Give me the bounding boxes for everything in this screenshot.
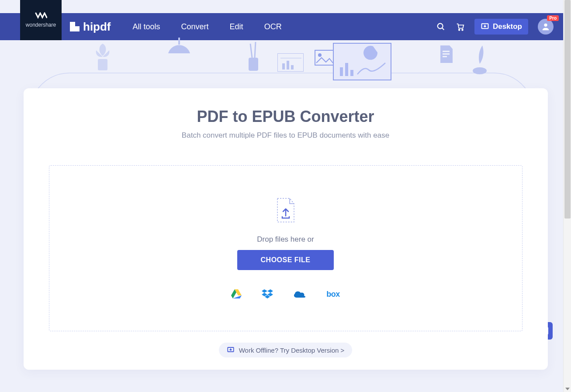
lamp-icon bbox=[164, 38, 194, 64]
offline-pill[interactable]: Work Offline? Try Desktop Version > bbox=[219, 343, 353, 357]
analytics-icon bbox=[333, 43, 391, 80]
scroll-down-icon[interactable] bbox=[565, 388, 570, 390]
download-icon bbox=[227, 346, 235, 354]
hero-decor bbox=[0, 40, 571, 88]
google-drive-icon[interactable] bbox=[231, 289, 242, 299]
scroll-thumb[interactable] bbox=[564, 0, 571, 219]
pencil-cup-icon bbox=[242, 40, 264, 75]
svg-rect-7 bbox=[178, 38, 180, 45]
svg-rect-22 bbox=[443, 56, 447, 57]
dropbox-icon[interactable] bbox=[262, 289, 273, 299]
dropzone[interactable]: Drop files here or CHOOSE FILE box bbox=[49, 165, 523, 331]
page-subtitle: Batch convert multiple PDF files to EPUB… bbox=[49, 131, 523, 140]
cloud-sources: box bbox=[231, 289, 340, 299]
svg-point-23 bbox=[473, 67, 487, 74]
svg-rect-11 bbox=[282, 63, 285, 69]
nav-all-tools[interactable]: All tools bbox=[133, 22, 160, 31]
svg-point-0 bbox=[438, 24, 443, 29]
plant-icon bbox=[87, 39, 118, 74]
image-icon bbox=[315, 50, 334, 66]
box-icon[interactable]: box bbox=[326, 290, 340, 299]
svg-rect-21 bbox=[443, 53, 450, 55]
svg-point-16 bbox=[318, 53, 322, 57]
drop-hint: Drop files here or bbox=[257, 235, 314, 244]
hipdf-logo[interactable]: hipdf bbox=[70, 20, 111, 34]
svg-rect-13 bbox=[291, 65, 294, 69]
svg-point-5 bbox=[544, 24, 547, 27]
pro-badge: Pro bbox=[547, 15, 559, 21]
onedrive-icon[interactable] bbox=[293, 290, 306, 298]
quill-icon bbox=[467, 43, 494, 78]
hipdf-text: hipdf bbox=[83, 20, 111, 34]
svg-rect-19 bbox=[350, 70, 353, 76]
svg-rect-10 bbox=[249, 58, 258, 71]
cart-icon[interactable] bbox=[455, 22, 465, 31]
search-icon[interactable] bbox=[436, 22, 446, 31]
svg-rect-18 bbox=[345, 63, 348, 76]
document-icon bbox=[439, 45, 454, 64]
svg-rect-12 bbox=[287, 61, 289, 69]
wondershare-logo[interactable]: wondershare bbox=[20, 0, 62, 40]
svg-line-9 bbox=[255, 42, 256, 58]
hipdf-mark-icon bbox=[70, 22, 80, 31]
offline-text: Work Offline? Try Desktop Version > bbox=[239, 347, 345, 354]
wondershare-icon bbox=[35, 12, 47, 20]
svg-line-1 bbox=[442, 28, 444, 30]
wondershare-label: wondershare bbox=[26, 22, 56, 28]
page-title: PDF to EPUB Converter bbox=[49, 108, 523, 126]
download-icon bbox=[481, 22, 489, 31]
avatar[interactable]: Pro bbox=[538, 19, 554, 35]
person-icon bbox=[541, 22, 550, 31]
main-nav: All tools Convert Edit OCR bbox=[133, 22, 282, 31]
desktop-button[interactable]: Desktop bbox=[474, 19, 528, 35]
svg-rect-20 bbox=[443, 51, 450, 52]
nav-edit[interactable]: Edit bbox=[230, 22, 243, 31]
svg-rect-6 bbox=[98, 59, 107, 70]
converter-card: PDF to EPUB Converter Batch convert mult… bbox=[24, 88, 548, 370]
svg-rect-15 bbox=[315, 50, 333, 65]
mini-chart-icon bbox=[277, 53, 304, 72]
svg-point-2 bbox=[459, 29, 460, 31]
navbar: wondershare hipdf All tools Convert Edit… bbox=[0, 13, 571, 40]
upload-file-icon bbox=[275, 198, 297, 223]
svg-point-3 bbox=[462, 29, 463, 31]
choose-file-button[interactable]: CHOOSE FILE bbox=[237, 250, 334, 270]
nav-convert[interactable]: Convert bbox=[181, 22, 209, 31]
svg-line-8 bbox=[250, 44, 252, 58]
nav-ocr[interactable]: OCR bbox=[264, 22, 282, 31]
svg-rect-17 bbox=[340, 67, 343, 76]
desktop-label: Desktop bbox=[493, 22, 522, 31]
scrollbar[interactable] bbox=[563, 0, 571, 392]
